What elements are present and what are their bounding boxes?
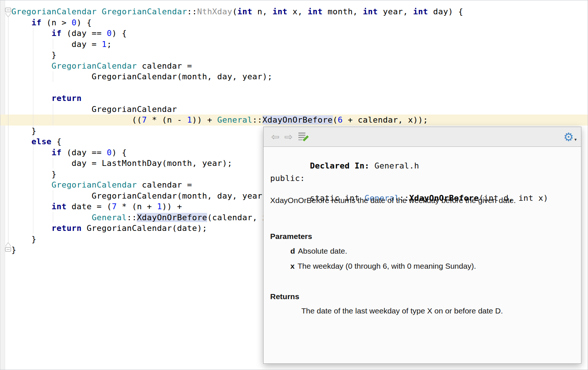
code-token: else xyxy=(32,137,52,146)
code-token: { xyxy=(52,137,62,146)
code-token xyxy=(11,94,52,103)
chevron-down-icon: ▾ xyxy=(574,137,577,142)
code-token: GregorianCalendar xyxy=(52,180,137,189)
code-token: } xyxy=(11,50,56,59)
code-token xyxy=(11,180,52,189)
code-token: + calendar, x)); xyxy=(343,115,428,124)
code-line[interactable]: GregorianCalendar xyxy=(11,104,588,115)
code-line[interactable]: if (day == 0) { xyxy=(11,28,588,39)
code-token: ( xyxy=(232,7,238,16)
code-token: } xyxy=(11,126,36,135)
code-token: 1 xyxy=(102,40,107,49)
code-line[interactable]: return xyxy=(11,93,588,104)
code-line[interactable]: GregorianCalendar GregorianCalendar::Nth… xyxy=(11,6,588,17)
code-token: x, xyxy=(287,7,308,16)
code-token: int xyxy=(272,7,287,16)
forward-button[interactable]: ⇨ xyxy=(282,130,295,144)
code-token: 1 xyxy=(157,202,162,211)
code-token: } xyxy=(11,235,36,244)
code-line[interactable] xyxy=(11,82,588,93)
code-token xyxy=(11,213,92,222)
code-token: (day == xyxy=(62,29,107,38)
code-token: return xyxy=(52,224,82,233)
code-token: day = LastMonthDay(month, year); xyxy=(11,159,232,168)
declared-in-label: Declared In: xyxy=(310,161,370,170)
declared-in-value: General.h xyxy=(370,161,419,170)
code-token xyxy=(11,18,32,27)
parameters-heading: Parameters xyxy=(270,232,312,241)
code-token: * (n - xyxy=(147,115,187,124)
code-token: 7 xyxy=(112,202,117,211)
back-icon: ⇦ xyxy=(271,131,280,142)
code-token: } xyxy=(11,170,56,179)
code-token: GregorianCalendar(month, day, year); xyxy=(11,191,272,200)
code-token: date = ( xyxy=(67,202,112,211)
code-token: (day == xyxy=(62,148,107,157)
code-line[interactable]: } xyxy=(11,50,588,61)
popup-toolbar: ⇦ ⇨ ⚙ ▾ xyxy=(264,127,581,147)
settings-button[interactable]: ⚙ ▾ xyxy=(561,130,576,144)
code-token: day = xyxy=(11,40,102,49)
code-token: GregorianCalendar xyxy=(102,7,187,16)
code-line[interactable]: if (n > 0) { xyxy=(11,17,588,28)
code-token: 6 xyxy=(338,115,343,124)
parameter-item: xThe weekday (0 through 6, with 0 meanin… xyxy=(290,262,476,271)
code-token: ) { xyxy=(77,18,92,27)
quick-documentation-popup: ⇦ ⇨ ⚙ ▾ Declared In: General.h public: s… xyxy=(263,127,581,364)
code-token: n, xyxy=(252,7,272,16)
code-token: int xyxy=(52,202,67,211)
code-token: if xyxy=(32,18,41,27)
code-token: int xyxy=(308,7,323,16)
returns-heading: Returns xyxy=(270,292,299,301)
code-token: GregorianCalendar(date); xyxy=(82,224,207,233)
edit-source-icon xyxy=(298,133,305,141)
code-token: 0 xyxy=(107,29,112,38)
code-token: int xyxy=(237,7,252,16)
code-token: 1 xyxy=(187,115,192,124)
code-token: GregorianCalendar(month, day, year); xyxy=(11,72,272,81)
code-token: day) { xyxy=(428,7,463,16)
code-token: 0 xyxy=(71,18,77,27)
code-line[interactable]: ((7 * (n - 1)) + General::XdayOnOrBefore… xyxy=(11,115,588,126)
parameter-description: The weekday (0 through 6, with 0 meaning… xyxy=(298,262,476,270)
code-token: General xyxy=(92,213,127,222)
code-line[interactable]: GregorianCalendar(month, day, year); xyxy=(11,71,588,82)
popup-content: Declared In: General.h public: static in… xyxy=(264,147,581,363)
parameters-list: dAbsolute date.xThe weekday (0 through 6… xyxy=(290,247,476,277)
back-button[interactable]: ⇦ xyxy=(269,130,282,144)
code-token: month, xyxy=(323,7,363,16)
code-token xyxy=(11,224,52,233)
code-token: (( xyxy=(11,115,142,124)
parameter-term: x xyxy=(290,262,295,270)
code-token: } xyxy=(11,245,16,254)
code-token: ) { xyxy=(112,29,127,38)
code-token: :: xyxy=(187,7,197,16)
code-token: int xyxy=(363,7,378,16)
code-token: )) + xyxy=(192,115,217,124)
code-token: return xyxy=(52,94,82,103)
settings-gear-icon: ⚙ xyxy=(563,130,574,144)
code-token xyxy=(11,202,52,211)
code-token: General xyxy=(217,115,253,124)
code-token: int xyxy=(413,7,428,16)
code-line[interactable]: day = 1; xyxy=(11,39,588,50)
code-token: 0 xyxy=(107,148,112,157)
ide-window: GregorianCalendar GregorianCalendar::Nth… xyxy=(0,0,588,370)
code-token: (n > xyxy=(41,18,71,27)
code-token: :: xyxy=(252,115,262,124)
code-token: GregorianCalendar xyxy=(11,105,177,114)
code-token: year, xyxy=(378,7,413,16)
code-token: calendar = xyxy=(137,61,192,70)
summary-text: XdayOnOrBefore returns the date of the w… xyxy=(270,196,516,205)
forward-icon: ⇨ xyxy=(284,131,293,142)
edit-source-button[interactable] xyxy=(295,130,308,144)
code-token xyxy=(11,137,32,146)
code-token: 7 xyxy=(142,115,147,124)
code-token: calendar = xyxy=(137,180,192,189)
code-token: ) { xyxy=(112,148,127,157)
usage-highlight: XdayOnOrBefore xyxy=(262,115,333,124)
code-token xyxy=(11,29,52,38)
code-line[interactable]: GregorianCalendar calendar = xyxy=(11,61,588,72)
code-token: NthXday xyxy=(197,7,232,16)
code-token: if xyxy=(52,29,62,38)
